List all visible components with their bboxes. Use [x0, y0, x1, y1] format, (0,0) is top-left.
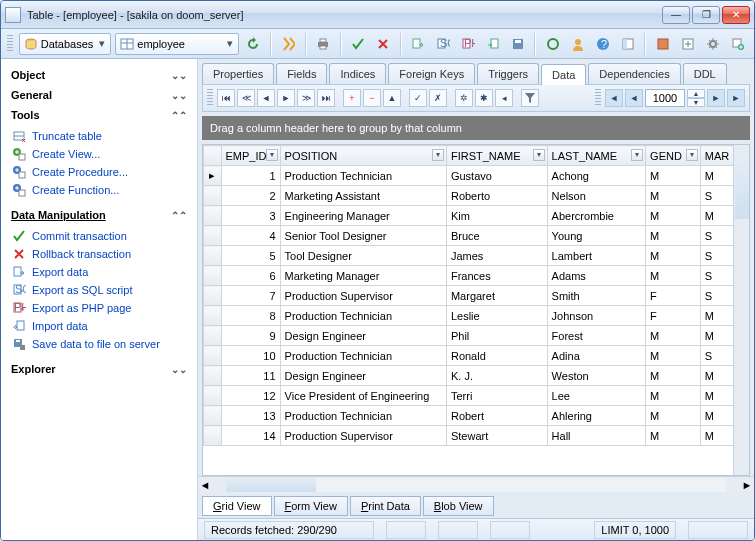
sidebar-link[interactable]: Import data	[11, 317, 189, 335]
close-button[interactable]: ✕	[722, 6, 750, 24]
data-grid[interactable]: ​EMP_ID▾POSITION▾FIRST_NAME▾LAST_NAME▾GE…	[202, 144, 750, 476]
view-tab-form-view[interactable]: Form View	[274, 496, 348, 516]
table-row[interactable]: ▸1Production TechnicianGustavoAchongMM	[204, 166, 749, 186]
maximize-button[interactable]: ❐	[692, 6, 720, 24]
table-row[interactable]: 4Senior Tool DesignerBruceYoungMS	[204, 226, 749, 246]
bookmark-button[interactable]: ✲	[455, 89, 473, 107]
cell[interactable]: Margaret	[446, 286, 547, 306]
cell[interactable]: Terri	[446, 386, 547, 406]
filter-button[interactable]	[521, 89, 539, 107]
import-button[interactable]	[483, 33, 504, 55]
sidebar-link[interactable]: Create View...	[11, 145, 189, 163]
cell[interactable]: 3	[221, 206, 280, 226]
cell[interactable]: Kim	[446, 206, 547, 226]
cell[interactable]: M	[646, 186, 701, 206]
filter-dropdown-icon[interactable]: ▾	[533, 149, 545, 161]
cell[interactable]: M	[646, 406, 701, 426]
tab-data[interactable]: Data	[541, 64, 586, 85]
cell[interactable]: Phil	[446, 326, 547, 346]
cell[interactable]: Marketing Assistant	[280, 186, 446, 206]
tool2-button[interactable]	[677, 33, 698, 55]
cell[interactable]: Abercrombie	[547, 206, 645, 226]
cell[interactable]: M	[646, 326, 701, 346]
cell[interactable]: Design Engineer	[280, 366, 446, 386]
databases-combo[interactable]: Databases ▾	[19, 33, 112, 55]
filter-dropdown-icon[interactable]: ▾	[266, 149, 278, 161]
nav-last-button[interactable]: ⏭	[317, 89, 335, 107]
table-row[interactable]: 3Engineering ManagerKimAbercrombieMM	[204, 206, 749, 226]
tab-indices[interactable]: Indices	[329, 63, 386, 84]
page-size-up[interactable]: ▲	[687, 89, 705, 98]
cell[interactable]: M	[646, 346, 701, 366]
vertical-scrollbar[interactable]	[733, 145, 749, 475]
refresh-button[interactable]	[243, 33, 264, 55]
delete-row-button[interactable]: −	[363, 89, 381, 107]
cell[interactable]: M	[646, 266, 701, 286]
column-header[interactable]: POSITION▾	[280, 146, 446, 166]
cell[interactable]: Marketing Manager	[280, 266, 446, 286]
group-by-hint[interactable]: Drag a column header here to group by th…	[202, 116, 750, 140]
cell[interactable]: Ahlering	[547, 406, 645, 426]
cell[interactable]: Smith	[547, 286, 645, 306]
cell[interactable]: 5	[221, 246, 280, 266]
cell[interactable]: Robert	[446, 406, 547, 426]
nav-prev-button[interactable]: ◄	[257, 89, 275, 107]
minimize-button[interactable]: —	[662, 6, 690, 24]
filter-dropdown-icon[interactable]: ▾	[686, 149, 698, 161]
cancel-button[interactable]: ✗	[429, 89, 447, 107]
print-button[interactable]	[313, 33, 334, 55]
table-row[interactable]: 13Production TechnicianRobertAhleringMM	[204, 406, 749, 426]
cell[interactable]: Weston	[547, 366, 645, 386]
cell[interactable]: Achong	[547, 166, 645, 186]
cell[interactable]: Hall	[547, 426, 645, 446]
settings-button[interactable]	[702, 33, 723, 55]
sidebar-link[interactable]: Create Procedure...	[11, 163, 189, 181]
cell[interactable]: Gustavo	[446, 166, 547, 186]
user-button[interactable]	[567, 33, 588, 55]
tab-dependencies[interactable]: Dependencies	[588, 63, 680, 84]
cell[interactable]: M	[646, 246, 701, 266]
cell[interactable]: Senior Tool Designer	[280, 226, 446, 246]
cell[interactable]: 10	[221, 346, 280, 366]
page-size-down[interactable]: ▼	[687, 98, 705, 107]
export-php-button[interactable]: PHP	[458, 33, 479, 55]
cell[interactable]: 7	[221, 286, 280, 306]
cell[interactable]: Tool Designer	[280, 246, 446, 266]
page-next2-button[interactable]: ►	[727, 89, 745, 107]
sidebar-link[interactable]: Commit transaction	[11, 227, 189, 245]
cell[interactable]: Production Supervisor	[280, 426, 446, 446]
nav-next-button[interactable]: ►	[277, 89, 295, 107]
view-tab-blob-view[interactable]: Blob View	[423, 496, 494, 516]
column-header[interactable]: GEND▾	[646, 146, 701, 166]
cell[interactable]: Production Technician	[280, 166, 446, 186]
cell[interactable]: 13	[221, 406, 280, 426]
cell[interactable]: M	[646, 206, 701, 226]
cell[interactable]: F	[646, 306, 701, 326]
cell[interactable]: Bruce	[446, 226, 547, 246]
cell[interactable]: 9	[221, 326, 280, 346]
table-row[interactable]: 10Production TechnicianRonaldAdinaMS	[204, 346, 749, 366]
cell[interactable]: Design Engineer	[280, 326, 446, 346]
sidebar-link[interactable]: PHPExport as PHP page	[11, 299, 189, 317]
add-button[interactable]	[727, 33, 748, 55]
nav-next-page-button[interactable]: ≫	[297, 89, 315, 107]
sidebar-section-general[interactable]: General⌄⌄	[9, 85, 189, 105]
cell[interactable]: Stewart	[446, 426, 547, 446]
cell[interactable]: Roberto	[446, 186, 547, 206]
table-row[interactable]: 12Vice President of EngineeringTerriLeeM…	[204, 386, 749, 406]
view-tab-grid-view[interactable]: Grid View	[202, 496, 272, 516]
column-header[interactable]: FIRST_NAME▾	[446, 146, 547, 166]
table-row[interactable]: 14Production SupervisorStewartHallMM	[204, 426, 749, 446]
object-combo[interactable]: employee ▾	[115, 33, 239, 55]
cell[interactable]: Young	[547, 226, 645, 246]
sidebar-link[interactable]: Export data	[11, 263, 189, 281]
cell[interactable]: F	[646, 286, 701, 306]
cell[interactable]: 14	[221, 426, 280, 446]
cell[interactable]: 8	[221, 306, 280, 326]
tab-properties[interactable]: Properties	[202, 63, 274, 84]
column-header[interactable]: LAST_NAME▾	[547, 146, 645, 166]
cell[interactable]: Forest	[547, 326, 645, 346]
execute-button[interactable]	[278, 33, 299, 55]
tab-triggers[interactable]: Triggers	[477, 63, 539, 84]
nav-prev-page-button[interactable]: ≪	[237, 89, 255, 107]
